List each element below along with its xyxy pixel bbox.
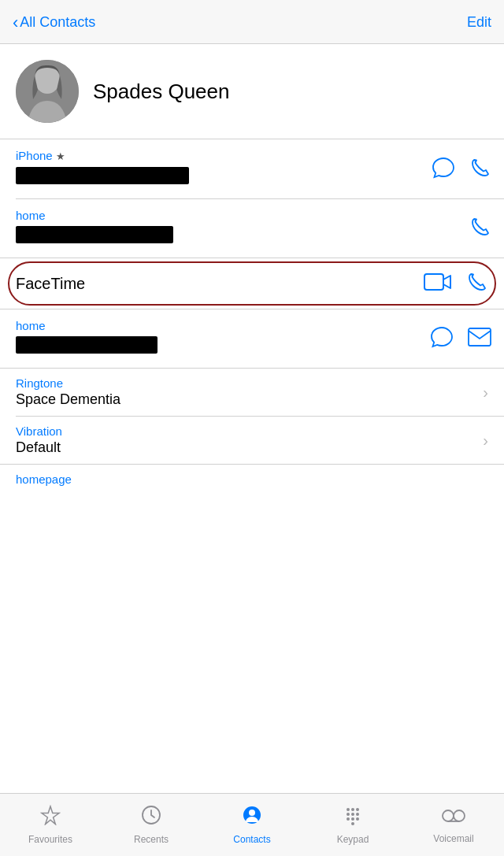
edit-button[interactable]: Edit bbox=[467, 14, 491, 31]
tab-favourites[interactable]: Favourites bbox=[0, 805, 101, 845]
home-email-field: home bbox=[0, 309, 504, 368]
svg-point-14 bbox=[351, 817, 354, 821]
svg-point-7 bbox=[346, 808, 350, 811]
svg-point-6 bbox=[249, 810, 255, 816]
tab-recents[interactable]: Recents bbox=[101, 805, 202, 845]
svg-point-8 bbox=[351, 808, 354, 811]
vibration-row[interactable]: Vibration Default › bbox=[0, 417, 504, 464]
keypad-icon bbox=[343, 805, 363, 831]
home-phone-field: home bbox=[0, 199, 504, 258]
mail-icon[interactable] bbox=[468, 328, 491, 350]
home-phone-label: home bbox=[16, 209, 46, 222]
svg-point-16 bbox=[351, 822, 354, 825]
keypad-tab-label: Keypad bbox=[337, 834, 369, 845]
ringtone-value: Space Dementia bbox=[16, 391, 483, 408]
ringtone-content: Ringtone Space Dementia bbox=[16, 376, 483, 408]
facetime-actions bbox=[424, 271, 488, 296]
svg-point-17 bbox=[443, 810, 454, 821]
avatar bbox=[16, 60, 79, 123]
tab-voicemail[interactable]: Voicemail bbox=[403, 806, 504, 844]
svg-point-11 bbox=[351, 813, 354, 816]
back-button[interactable]: ‹ All Contacts bbox=[13, 14, 95, 31]
contacts-tab-label: Contacts bbox=[233, 834, 270, 845]
tab-bar: Favourites Recents Contacts bbox=[0, 793, 504, 856]
vibration-value: Default bbox=[16, 439, 483, 456]
tab-contacts[interactable]: Contacts bbox=[202, 805, 302, 845]
svg-point-12 bbox=[356, 813, 359, 816]
facetime-label: FaceTime bbox=[16, 275, 85, 293]
message-icon[interactable] bbox=[432, 157, 455, 182]
vibration-label: Vibration bbox=[16, 424, 483, 438]
ringtone-row[interactable]: Ringtone Space Dementia › bbox=[0, 369, 504, 416]
homepage-label: homepage bbox=[0, 465, 504, 491]
home-email-label: home bbox=[16, 319, 46, 332]
home-phone-actions bbox=[469, 216, 491, 241]
back-label: All Contacts bbox=[20, 14, 95, 31]
vibration-content: Vibration Default bbox=[16, 424, 483, 456]
svg-point-13 bbox=[346, 817, 350, 821]
iphone-label: iPhone bbox=[16, 149, 53, 162]
svg-rect-2 bbox=[424, 274, 443, 290]
clock-icon bbox=[141, 805, 161, 831]
home-message-icon[interactable] bbox=[430, 326, 454, 351]
iphone-number-redacted bbox=[16, 167, 189, 184]
contact-header: Spades Queen bbox=[0, 44, 504, 139]
call-icon[interactable] bbox=[469, 157, 491, 182]
chevron-left-icon: ‹ bbox=[13, 14, 18, 31]
video-icon[interactable] bbox=[424, 272, 452, 295]
favourites-tab-label: Favourites bbox=[28, 834, 72, 845]
contact-name: Spades Queen bbox=[93, 80, 229, 104]
facetime-call-icon[interactable] bbox=[466, 271, 488, 296]
contacts-icon bbox=[242, 805, 262, 831]
ringtone-label: Ringtone bbox=[16, 376, 483, 390]
recents-tab-label: Recents bbox=[134, 834, 169, 845]
star-icon bbox=[40, 805, 61, 831]
navigation-bar: ‹ All Contacts Edit bbox=[0, 0, 504, 44]
svg-rect-3 bbox=[469, 328, 491, 346]
voicemail-tab-label: Voicemail bbox=[433, 833, 473, 844]
iphone-field: iPhone ★ bbox=[0, 139, 504, 198]
iphone-actions bbox=[432, 157, 491, 182]
svg-point-15 bbox=[356, 817, 359, 821]
home-number-redacted bbox=[16, 226, 173, 243]
chevron-right-icon: › bbox=[483, 384, 488, 402]
tab-keypad[interactable]: Keypad bbox=[302, 805, 403, 845]
facetime-row: FaceTime bbox=[0, 258, 504, 309]
svg-point-10 bbox=[346, 813, 350, 816]
home-email-actions bbox=[430, 326, 491, 351]
voicemail-icon bbox=[442, 806, 465, 830]
home-email-redacted bbox=[16, 336, 158, 354]
svg-point-18 bbox=[454, 810, 465, 821]
chevron-right-icon: › bbox=[483, 432, 488, 450]
svg-point-9 bbox=[356, 808, 359, 811]
home-call-icon[interactable] bbox=[469, 216, 491, 241]
favourite-star-icon: ★ bbox=[56, 150, 65, 162]
